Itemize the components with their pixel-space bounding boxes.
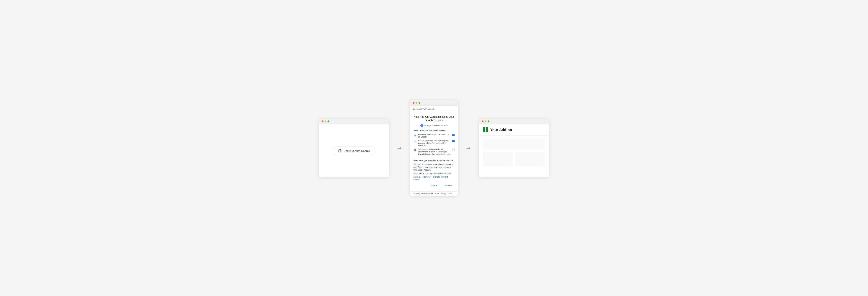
perm2-text: See your personal info, including any pe… (418, 140, 451, 147)
google-account-link[interactable]: Google Account. (417, 169, 431, 171)
arrow-1: → (396, 144, 403, 152)
continue-google-label: Continue with Google (343, 149, 370, 152)
account-email: user@schoolDomain.com (425, 124, 447, 127)
addon-card-2 (515, 152, 545, 166)
svg-point-1 (415, 135, 415, 135)
oauth-account: user@schoolDomain.com (413, 124, 455, 127)
addon-title: Your Add-on (490, 128, 512, 132)
addon-card-wide (483, 139, 545, 149)
svg-point-0 (422, 125, 422, 126)
dot3-green (488, 120, 490, 122)
footer-help[interactable]: Help (435, 193, 439, 195)
share-data-link[interactable]: share data safely. (437, 172, 452, 174)
dot-red (322, 120, 323, 122)
svg-rect-5 (414, 150, 415, 151)
oauth-buttons: Cancel Continue (413, 183, 455, 188)
cancel-button[interactable]: Cancel (429, 183, 440, 188)
perm2-checkbox[interactable] (452, 140, 455, 142)
permission-item-1: Associate you with your personal info on… (413, 133, 455, 138)
addon-card-1 (483, 152, 513, 166)
privacy-policy-link[interactable]: Privacy Policy (425, 176, 437, 178)
trust-title: Make sure you trust the installed Add-On… (413, 159, 455, 162)
dot2-green (418, 102, 421, 104)
oauth-continue-button[interactable]: Continue (441, 183, 455, 188)
dot3-red (482, 120, 484, 122)
perm1-checkbox[interactable] (452, 134, 455, 136)
learn-more-link[interactable]: Learn more (441, 153, 451, 155)
titlebar-3 (479, 119, 549, 124)
dot-green (328, 120, 329, 122)
addon-header: Your Add-on (479, 124, 549, 136)
window-1-body: Continue with Google (319, 124, 389, 177)
person-icon-2 (413, 140, 417, 143)
footer-terms[interactable]: Terms (448, 193, 452, 195)
perm3-checkbox[interactable] (452, 149, 455, 151)
oauth-title: Your Add-On! wants access to your Google… (413, 115, 455, 122)
oauth-content: Your Add-On! wants access to your Google… (410, 112, 458, 191)
oauth-header-label: Sign in with Google (417, 108, 434, 110)
browser-window-3: Your Add-on (479, 119, 549, 177)
svg-point-2 (415, 141, 415, 141)
dot-yellow (324, 120, 327, 122)
addon-content (479, 136, 549, 169)
classroom-icon (413, 148, 417, 152)
browser-window-2: Sign in with Google Your Add-On! wants a… (410, 100, 458, 196)
permission-item-2: See your personal info, including any pe… (413, 140, 455, 147)
continue-with-google-button[interactable]: Continue with Google (333, 147, 375, 155)
arrow-2: → (465, 144, 472, 152)
trust-body-3: See Kahoot!'s Privacy Policy and Terms o… (413, 176, 455, 181)
trust-body-1: You may be sharing sensitive info with t… (413, 163, 455, 171)
footer-privacy[interactable]: Privacy (441, 193, 446, 195)
select-label: Select what your Add-On can access (413, 129, 455, 131)
flow-container: Continue with Google → Sign in with Goog… (306, 100, 562, 196)
addon-link[interactable]: your Add-On (425, 129, 436, 131)
oauth-body: Sign in with Google Your Add-On! wants a… (410, 106, 458, 196)
trust-body-2: Learn how Google helps you share data sa… (413, 172, 455, 175)
permission-item-3: See, create, and update its own attachme… (413, 148, 455, 155)
language-select[interactable]: English (United States) (413, 193, 433, 195)
person-icon (413, 134, 417, 137)
account-icon (421, 124, 423, 127)
dot3-yellow (485, 120, 487, 122)
svg-rect-4 (415, 149, 416, 150)
perm3-text: See, create, and update its own attachme… (418, 148, 451, 155)
google-logo-icon (338, 149, 342, 153)
perm1-text: Associate you with your personal info on… (418, 133, 451, 138)
addon-window-body: Your Add-on (479, 124, 549, 177)
dot2-red (413, 102, 414, 104)
titlebar-1 (319, 119, 389, 124)
svg-rect-6 (415, 150, 416, 151)
google-g-icon (413, 108, 415, 110)
addon-logo-icon (483, 127, 488, 132)
svg-rect-3 (414, 149, 415, 150)
browser-window-1: Continue with Google (319, 119, 389, 177)
trust-section: Make sure you trust the installed Add-On… (413, 157, 455, 181)
titlebar-2 (410, 100, 458, 106)
oauth-footer: English (United States) Help Privacy Ter… (410, 191, 458, 196)
dot2-yellow (416, 102, 417, 104)
oauth-header: Sign in with Google (410, 106, 458, 112)
